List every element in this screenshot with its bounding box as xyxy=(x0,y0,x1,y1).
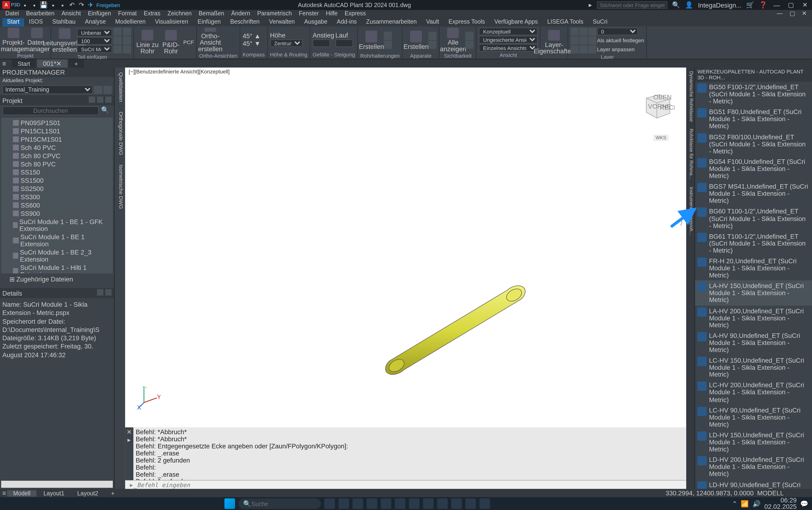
nav-bar-icon[interactable]: ⟩ xyxy=(680,217,683,226)
tab-express-tools[interactable]: Express Tools xyxy=(444,18,490,26)
tb-app-12[interactable] xyxy=(480,499,490,509)
det-1[interactable] xyxy=(97,289,104,295)
cmd-pin-icon[interactable]: ▸ xyxy=(127,436,131,444)
ly-3[interactable] xyxy=(588,28,597,36)
tab-start[interactable]: Start xyxy=(2,18,24,26)
menu-hilfe[interactable]: Hilfe xyxy=(323,10,341,18)
menu-express[interactable]: Express xyxy=(342,10,369,18)
pm-tool-2[interactable] xyxy=(97,96,104,103)
command-history[interactable]: Befehl: *Abbruch* Befehl: *Abbruch* Befe… xyxy=(134,427,686,480)
vtab-quelldateien[interactable]: Quelldateien xyxy=(115,67,125,107)
palette-item[interactable]: BG52 F80/100,Undefined_ET (SuCri Module … xyxy=(695,131,812,156)
palette-item[interactable]: BG51 F80,Undefined_ET (SuCri Module 1 - … xyxy=(695,107,812,131)
ly-8[interactable] xyxy=(579,45,588,54)
ly-9[interactable] xyxy=(588,45,597,54)
ly-7[interactable] xyxy=(571,45,579,54)
project-search-input[interactable] xyxy=(2,107,99,115)
tab-analyse[interactable]: Analyse xyxy=(80,18,111,26)
menu-format[interactable]: Format xyxy=(115,10,140,18)
user-icon[interactable]: 👤 xyxy=(685,1,693,9)
tb-app-8[interactable] xyxy=(423,499,434,509)
ly-1[interactable] xyxy=(571,28,579,36)
command-line[interactable]: ▸_ xyxy=(125,480,686,489)
palette-list[interactable]: BG50 F100-1/2",Undefined_ET (SuCri Modul… xyxy=(695,82,812,489)
teil-btn-3[interactable] xyxy=(113,45,121,54)
visual-style-select[interactable]: Konzeptuell xyxy=(479,28,538,35)
tb-app-10[interactable] xyxy=(451,499,462,509)
teil-btn-2[interactable] xyxy=(113,36,121,45)
app-menu-icon[interactable]: ≡ xyxy=(2,60,10,67)
palette-item[interactable]: LC-HV 90,Undefined_ET (SuCri Module 1 - … xyxy=(695,405,812,429)
palette-item[interactable]: LA-HV 90,Undefined_ET (SuCri Module 1 - … xyxy=(695,330,812,355)
tab-addins[interactable]: Add-ins xyxy=(332,18,361,26)
command-input[interactable] xyxy=(137,482,682,488)
qat-saveas-icon[interactable]: ▪ xyxy=(49,1,57,9)
vtab-ortho[interactable]: Orthogonale DWG xyxy=(115,107,125,160)
menu-fenster[interactable]: Fenster xyxy=(296,10,322,18)
maximize-button[interactable]: ▢ xyxy=(786,0,795,10)
tree-node[interactable]: SS2500 xyxy=(2,185,112,193)
pm-tool-1[interactable] xyxy=(89,96,95,103)
tb-app-9[interactable] xyxy=(437,499,448,509)
palette-item[interactable]: LD-HV 150,Undefined_ET (SuCri Module 1 -… xyxy=(695,429,812,454)
tb-app-7[interactable] xyxy=(409,499,419,509)
palette-item[interactable]: LD-HV 90,Undefined_ET (SuCri Module 1 - … xyxy=(695,479,812,489)
palette-item[interactable]: BG61 T100-1/2",Undefined_ET (SuCri Modul… xyxy=(695,231,812,255)
menu-parametrisch[interactable]: Parametrisch xyxy=(254,10,295,18)
pvtab-instr[interactable]: Instrumentierungsroh... xyxy=(686,183,694,238)
tab-new-button[interactable]: + xyxy=(69,59,84,67)
tree-node[interactable]: SS300 xyxy=(2,193,112,201)
taskbar-search-input[interactable] xyxy=(252,500,326,507)
palette-item[interactable]: BG50 F100-1/2",Undefined_ET (SuCri Modul… xyxy=(695,82,812,107)
tree-node[interactable]: SS1500 xyxy=(2,176,112,185)
doc-maximize-button[interactable]: ▢ xyxy=(787,10,798,18)
pid-rohr-button[interactable]: P&ID- Rohr xyxy=(160,30,182,55)
leitungsverlauf-button[interactable]: Leitungsverlauf erstellen xyxy=(53,28,76,53)
linie-rohr-button[interactable]: Linie zu Rohr xyxy=(136,30,158,55)
tree-node[interactable]: Sch 80 PVC xyxy=(2,160,112,168)
teil-btn-5[interactable] xyxy=(123,36,131,45)
viewport[interactable]: [−][Benutzerdefinierte Ansicht][Konzeptu… xyxy=(125,67,686,427)
tab-modellieren[interactable]: Modellieren xyxy=(111,18,150,26)
tree-node[interactable]: PN15CL1S01 xyxy=(2,127,112,135)
viewport-select[interactable]: Einzelnes Ansichtsfenster xyxy=(479,44,538,52)
tab-start-file[interactable]: Start xyxy=(12,59,36,67)
palette-item[interactable]: BGS7 MS41,Undefined_ET (SuCri Module 1 -… xyxy=(695,181,812,206)
layout-modell[interactable]: Modell xyxy=(7,490,36,496)
alle-anzeigen-button[interactable]: Alle anzeigen xyxy=(442,28,464,52)
tray-chevron-icon[interactable]: ⌃ xyxy=(732,500,737,507)
sb-2[interactable] xyxy=(465,40,474,49)
spec-select[interactable]: Unbenannt xyxy=(77,29,112,36)
palette-item[interactable]: LD-HV 200,Undefined_ET (SuCri Module 1 -… xyxy=(695,455,812,479)
drawing-canvas[interactable]: OBEN VORNE RECHTS WKS Z Y X ⟩ xyxy=(125,76,686,427)
tab-apps[interactable]: Verfügbare Apps xyxy=(490,18,543,26)
tab-close-icon[interactable]: ✕ xyxy=(56,60,61,67)
layer-select[interactable]: 0 xyxy=(597,28,638,35)
zugehoerig-node[interactable]: Zugehörige Dateien xyxy=(16,276,73,283)
palette-item[interactable]: BG60 T100-1/2",Undefined_ET (SuCri Modul… xyxy=(695,206,812,231)
pcf-label[interactable]: PCF xyxy=(183,39,194,45)
ortho-ansicht-button[interactable]: Ortho-Ansicht erstellen xyxy=(199,28,222,52)
tree-node[interactable]: SuCri Module 1 - BE 2_3 Extension xyxy=(2,248,112,263)
help-search-input[interactable] xyxy=(597,1,668,9)
tree-node[interactable]: SuCri Module 1 - Hilti 1 Extension xyxy=(2,263,112,273)
tree-node[interactable]: PN15CM1S01 xyxy=(2,135,112,143)
pm-btn-1[interactable] xyxy=(94,85,102,94)
menu-einfuegen[interactable]: Einfügen xyxy=(85,10,114,18)
pvtab-dyn[interactable]: Dynamische Rohrklasse xyxy=(686,67,694,125)
qat-new-icon[interactable]: ▪ xyxy=(21,1,29,9)
rohrhalterung-button[interactable]: Erstellen xyxy=(360,28,383,52)
layer-eigenschaften-button[interactable]: Layer- Eigenschaften xyxy=(543,30,565,55)
tree-node[interactable]: Sch 80 CPVC xyxy=(2,151,112,160)
menu-datei[interactable]: Datei xyxy=(2,10,22,18)
search-button-icon[interactable]: 🔍 xyxy=(672,1,680,9)
tree-node[interactable]: PN09SP1S01 xyxy=(2,119,112,127)
size-select[interactable]: 100 xyxy=(77,37,112,45)
kompass-45-up[interactable]: 45° ▲ xyxy=(243,32,261,39)
tab-verwalten[interactable]: Verwalten xyxy=(264,18,299,26)
wks-label[interactable]: WKS xyxy=(653,135,668,141)
apparate-button[interactable]: Erstellen xyxy=(405,28,427,52)
taskbar-search[interactable]: 🔍 xyxy=(239,499,321,509)
zentrum-select[interactable]: Zentrum xyxy=(270,39,302,47)
menu-extras[interactable]: Extras xyxy=(141,10,163,18)
